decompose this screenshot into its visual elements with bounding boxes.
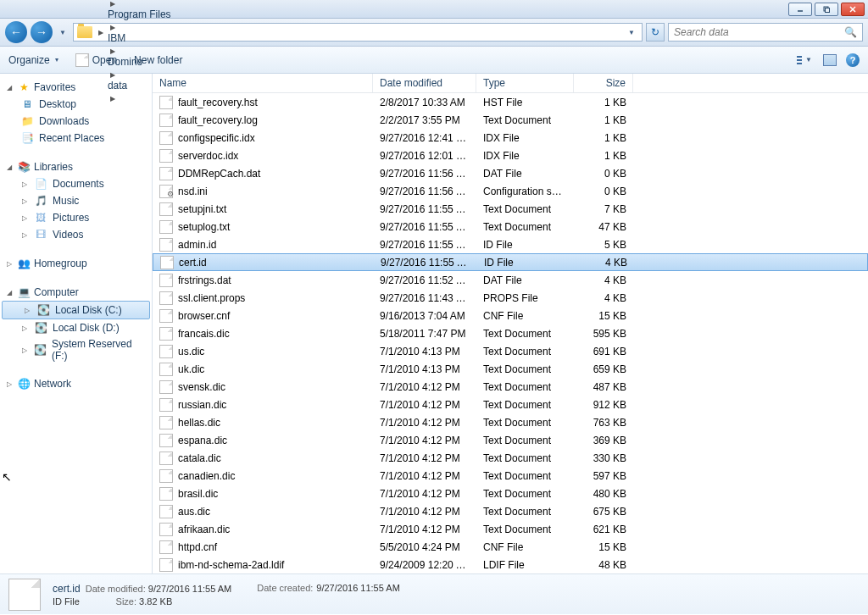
nav-drive-d[interactable]: ▷💽Local Disk (D:) — [0, 319, 152, 336]
file-date: 7/1/2010 4:12 PM — [373, 381, 476, 393]
file-size: 1 KB — [574, 150, 633, 162]
music-icon: 🎵 — [34, 194, 47, 208]
file-row[interactable]: setupjni.txt9/27/2016 11:55 AMText Docum… — [153, 200, 868, 218]
file-type: Text Document — [476, 203, 574, 215]
file-row[interactable]: svensk.dic7/1/2010 4:12 PMText Document4… — [153, 378, 868, 396]
homegroup-header[interactable]: ▷👥Homegroup — [0, 255, 152, 272]
search-box[interactable]: 🔍 — [668, 23, 863, 42]
nav-recent[interactable]: 📑Recent Places — [0, 130, 152, 147]
file-type: Text Document — [476, 417, 574, 429]
file-row[interactable]: fault_recovery.log2/2/2017 3:55 PMText D… — [153, 111, 868, 129]
file-row[interactable]: us.dic7/1/2010 4:13 PMText Document691 K… — [153, 342, 868, 360]
open-button[interactable]: Open — [75, 53, 117, 67]
col-size[interactable]: Size — [574, 74, 633, 92]
col-name[interactable]: Name — [153, 74, 373, 92]
history-dropdown[interactable]: ▼ — [56, 29, 70, 36]
column-headers: Name Date modified Type Size — [153, 74, 868, 93]
nav-downloads[interactable]: 📁Downloads — [0, 113, 152, 130]
file-icon — [159, 434, 173, 447]
file-type: Text Document — [476, 381, 574, 393]
file-row[interactable]: francais.dic5/18/2011 7:47 PMText Docume… — [153, 324, 868, 342]
breadcrumb-3[interactable]: IBM — [108, 32, 175, 44]
file-row[interactable]: browser.cnf9/16/2013 7:04 AMCNF File15 K… — [153, 307, 868, 324]
file-row[interactable]: brasil.dic7/1/2010 4:12 PMText Document4… — [153, 485, 868, 502]
file-name: serverdoc.idx — [178, 150, 238, 162]
file-name: russian.dic — [178, 399, 226, 411]
file-name: fault_recovery.log — [178, 114, 258, 126]
new-folder-button[interactable]: New folder — [134, 54, 182, 66]
address-dropdown[interactable]: ▼ — [625, 29, 638, 36]
file-icon — [159, 309, 173, 323]
star-icon: ★ — [17, 80, 31, 94]
file-row[interactable]: httpd.cnf5/5/2010 4:24 PMCNF File15 KB — [153, 538, 868, 556]
homegroup-icon: 👥 — [17, 257, 31, 270]
file-date: 5/18/2011 7:47 PM — [373, 328, 476, 340]
file-name: canadien.dic — [178, 470, 235, 482]
favorites-header[interactable]: ◢★Favorites — [0, 79, 152, 96]
file-row[interactable]: frstrings.dat9/27/2016 11:52 AMDAT File4… — [153, 271, 868, 289]
file-list[interactable]: Name Date modified Type Size fault_recov… — [153, 74, 868, 573]
navigation-bar: ← → ▼ ▶ Computer▶Local Disk (C:)▶Program… — [0, 19, 868, 47]
file-row[interactable]: setuplog.txt9/27/2016 11:55 AMText Docum… — [153, 218, 868, 235]
minimize-button[interactable] — [788, 3, 812, 16]
file-row[interactable]: admin.id9/27/2016 11:55 AMID File5 KB — [153, 235, 868, 253]
file-row[interactable]: configspecific.idx9/27/2016 12:41 PMIDX … — [153, 129, 868, 147]
file-row[interactable]: serverdoc.idx9/27/2016 12:01 PMIDX File1… — [153, 147, 868, 164]
view-menu[interactable]: ▼ — [798, 53, 814, 68]
libraries-header[interactable]: ◢📚Libraries — [0, 158, 152, 175]
file-row[interactable]: espana.dic7/1/2010 4:12 PMText Document3… — [153, 431, 868, 449]
nav-drive-c[interactable]: ▷💽Local Disk (C:) — [2, 301, 150, 319]
file-row[interactable]: afrikaan.dic7/1/2010 4:12 PMText Documen… — [153, 520, 868, 538]
file-row[interactable]: cert.id9/27/2016 11:55 AMID File4 KB — [153, 253, 868, 271]
address-bar[interactable]: ▶ Computer▶Local Disk (C:)▶Program Files… — [73, 23, 643, 42]
file-size: 480 KB — [574, 488, 633, 500]
maximize-button[interactable] — [815, 3, 838, 16]
nav-documents[interactable]: ▷📄Documents — [0, 175, 152, 192]
file-icon — [75, 53, 89, 67]
videos-icon: 🎞 — [34, 228, 47, 241]
computer-header[interactable]: ◢💻Computer — [0, 284, 152, 301]
back-button[interactable]: ← — [5, 21, 27, 43]
file-date: 5/5/2010 4:24 PM — [373, 541, 476, 553]
file-date: 7/1/2010 4:12 PM — [373, 470, 476, 482]
crumb-sep: ▶ — [96, 29, 106, 36]
file-size: 48 KB — [574, 559, 633, 571]
forward-button[interactable]: → — [31, 21, 53, 43]
col-type[interactable]: Type — [476, 74, 574, 92]
file-type: CNF File — [476, 541, 574, 553]
file-row[interactable]: russian.dic7/1/2010 4:12 PMText Document… — [153, 396, 868, 413]
file-type: Text Document — [476, 363, 574, 375]
file-row[interactable]: nsd.ini9/27/2016 11:56 AMConfiguration s… — [153, 182, 868, 200]
file-row[interactable]: DDMRepCach.dat9/27/2016 11:56 AMDAT File… — [153, 164, 868, 182]
file-row[interactable]: uk.dic7/1/2010 4:13 PMText Document659 K… — [153, 360, 868, 378]
preview-pane-toggle[interactable] — [822, 53, 837, 68]
close-button[interactable] — [841, 3, 865, 16]
nav-music[interactable]: ▷🎵Music — [0, 192, 152, 209]
nav-desktop[interactable]: 🖥Desktop — [0, 96, 152, 113]
file-row[interactable]: ssl.client.props9/27/2016 11:43 AMPROPS … — [153, 289, 868, 307]
file-size: 597 KB — [574, 470, 633, 482]
navigation-pane[interactable]: ◢★Favorites 🖥Desktop 📁Downloads 📑Recent … — [0, 74, 153, 573]
nav-videos[interactable]: ▷🎞Videos — [0, 226, 152, 243]
col-date[interactable]: Date modified — [373, 74, 476, 92]
organize-menu[interactable]: Organize — [8, 54, 58, 66]
file-size: 47 KB — [574, 221, 633, 233]
search-input[interactable] — [674, 26, 844, 38]
file-row[interactable]: fault_recovery.hst2/8/2017 10:33 AMHST F… — [153, 93, 868, 111]
refresh-button[interactable]: ↻ — [646, 23, 665, 42]
file-row[interactable]: aus.dic7/1/2010 4:12 PMText Document675 … — [153, 502, 868, 520]
file-icon — [159, 380, 173, 394]
file-type: Text Document — [476, 524, 574, 535]
nav-drive-f[interactable]: ▷💽System Reserved (F:) — [0, 336, 152, 363]
nav-pictures[interactable]: ▷🖼Pictures — [0, 209, 152, 226]
help-button[interactable]: ? — [846, 53, 860, 67]
file-row[interactable]: canadien.dic7/1/2010 4:12 PMText Documen… — [153, 467, 868, 485]
file-name: catala.dic — [178, 452, 221, 464]
file-row[interactable]: ibm-nd-schema-2ad.ldif9/24/2009 12:20 AM… — [153, 556, 868, 573]
file-type: Text Document — [476, 435, 574, 446]
breadcrumb-2[interactable]: Program Files — [108, 8, 175, 20]
file-row[interactable]: catala.dic7/1/2010 4:12 PMText Document3… — [153, 449, 868, 467]
drive-icon: 💽 — [34, 321, 47, 335]
file-row[interactable]: hellas.dic7/1/2010 4:12 PMText Document7… — [153, 413, 868, 431]
network-header[interactable]: ▷🌐Network — [0, 375, 152, 392]
